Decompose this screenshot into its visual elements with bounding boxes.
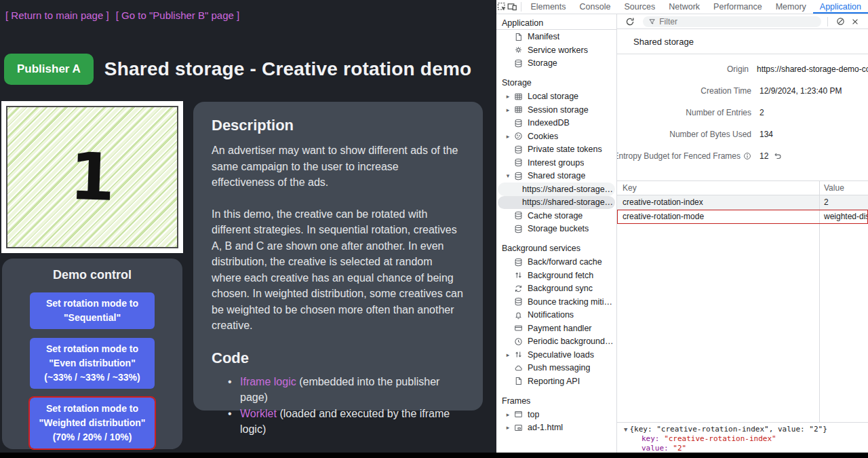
tab-memory[interactable]: Memory: [769, 0, 813, 14]
screen-bottom-edge: [0, 453, 868, 458]
sidebar-item-label: Payment handler: [528, 324, 592, 333]
sidebar-item-top[interactable]: ▸top: [498, 408, 615, 421]
sidebar-item-label: Push messaging: [528, 363, 590, 373]
sidebar-item-manifest[interactable]: Manifest: [498, 31, 615, 44]
clear-all-icon[interactable]: [833, 16, 848, 28]
table-row-creative-rotation-mode[interactable]: creative-rotation-modeweighted-distribut…: [617, 210, 868, 224]
card-icon: [513, 324, 524, 333]
sidebar-item-reporting-api[interactable]: Reporting API: [498, 375, 615, 388]
shared-storage-toolbar: [617, 14, 868, 29]
sidebar-item-background-sync[interactable]: Background sync: [498, 282, 615, 296]
tab-sources[interactable]: Sources: [617, 0, 662, 14]
database-icon: [513, 145, 524, 154]
sidebar-item-back-forward-cache[interactable]: Back/forward cache: [498, 256, 615, 269]
return-to-main-link[interactable]: [ Return to main page ]: [5, 9, 109, 21]
database-icon: [513, 211, 524, 221]
triangle-collapsed-icon[interactable]: ▸: [503, 133, 513, 140]
sidebar-item-label: Speculative loads: [528, 350, 594, 360]
metadata-value: https://shared-storage-demo-co: [757, 64, 868, 74]
preview-key: value:: [642, 444, 673, 453]
triangle-collapsed-icon[interactable]: ▸: [503, 107, 513, 113]
rotation-mode-button-weighted-distribution[interactable]: Set rotation mode to "Weighted distribut…: [30, 398, 155, 449]
info-icon[interactable]: [743, 152, 751, 160]
triangle-collapsed-icon[interactable]: ▸: [503, 351, 513, 358]
sidebar-item-label: https://shared-storage-d…: [522, 197, 615, 207]
database-icon: [513, 158, 524, 168]
tab-elements[interactable]: Elements: [524, 0, 572, 14]
sidebar-item-background-fetch[interactable]: Background fetch: [498, 269, 615, 282]
sidebar-item-cookies[interactable]: ▸Cookies: [498, 130, 615, 143]
metadata-row-number-of-entries: Number of Entries2: [617, 102, 868, 123]
sidebar-item-label: Cache storage: [528, 211, 583, 221]
code-link-worklet[interactable]: Worklet: [240, 408, 277, 419]
publisher-a-page: [ Return to main page ] [ Go to "Publish…: [0, 0, 496, 453]
creative-number: 1: [68, 138, 117, 216]
sidebar-item-speculative-loads[interactable]: ▸Speculative loads: [498, 348, 615, 362]
sidebar-item-https-shared-storage-d[interactable]: https://shared-storage-d…: [498, 183, 615, 196]
sidebar-section-application: Application: [496, 17, 616, 31]
grid-icon: [513, 105, 524, 115]
code-link-iframe-logic[interactable]: Iframe logic: [240, 376, 296, 387]
filter-input[interactable]: [659, 17, 816, 26]
device-toolbar-icon[interactable]: [507, 0, 518, 14]
table-row-creative-rotation-index[interactable]: creative-rotation-index2: [617, 195, 868, 210]
sidebar-item-shared-storage[interactable]: ▾Shared storage: [498, 170, 615, 183]
toolbar-separator: [827, 17, 828, 26]
sidebar-item-label: Interest groups: [528, 158, 584, 168]
code-list-item: Worklet (loaded and executed by the ifra…: [228, 406, 465, 438]
sidebar-item-label: Background fetch: [528, 271, 593, 280]
triangle-expanded-icon[interactable]: ▾: [503, 172, 513, 179]
gear-icon: [513, 45, 524, 55]
cell-value: 2: [819, 197, 868, 207]
metadata-row-number-of-bytes-used: Number of Bytes Used134: [617, 123, 868, 145]
tab-performance[interactable]: Performance: [707, 0, 769, 14]
sidebar-item-notifications[interactable]: Notifications: [498, 309, 615, 322]
cell-value: weighted-distribution: [819, 212, 868, 221]
sync-icon: [513, 284, 524, 293]
sidebar-item-private-state-tokens[interactable]: Private state tokens: [498, 143, 615, 157]
sidebar-item-periodic-background-s[interactable]: Periodic background s…: [498, 335, 615, 349]
sidebar-item-https-shared-storage-d[interactable]: https://shared-storage-d…: [498, 196, 615, 210]
sidebar-item-label: Cookies: [528, 132, 558, 141]
tab-application[interactable]: Application: [813, 0, 868, 14]
sidebar-item-local-storage[interactable]: ▸Local storage: [498, 90, 615, 104]
refresh-icon[interactable]: [623, 16, 637, 28]
sidebar-item-session-storage[interactable]: ▸Session storage: [498, 103, 615, 117]
sidebar-item-payment-handler[interactable]: Payment handler: [498, 322, 615, 335]
database-icon: [513, 297, 524, 307]
toolbar-separator: [521, 2, 521, 12]
triangle-collapsed-icon[interactable]: ▸: [503, 424, 513, 431]
sidebar-item-ad-1-html[interactable]: ▸ad-1.html: [498, 421, 615, 435]
sidebar-item-storage[interactable]: Storage: [498, 57, 615, 71]
sidebar-item-label: Service workers: [528, 45, 588, 55]
expanded-triangle-icon[interactable]: ▼: [624, 426, 627, 433]
sidebar-item-interest-groups[interactable]: Interest groups: [498, 156, 615, 170]
sidebar-item-label: Session storage: [528, 105, 589, 115]
rotation-mode-button-sequential[interactable]: Set rotation mode to "Sequential": [30, 292, 155, 329]
column-header-key[interactable]: Key: [617, 183, 819, 193]
sidebar-item-cache-storage[interactable]: Cache storage: [498, 209, 615, 223]
triangle-collapsed-icon[interactable]: ▸: [503, 411, 513, 418]
publisher-b-link[interactable]: [ Go to "Publisher B" page ]: [116, 9, 239, 21]
delete-selected-icon[interactable]: [848, 16, 863, 28]
rotation-mode-button-even-distribution[interactable]: Set rotation mode to "Even distribution"…: [30, 338, 155, 389]
sidebar-item-indexeddb[interactable]: IndexedDB: [498, 117, 615, 130]
preview-entry-key: key: "creative-rotation-index": [624, 434, 868, 444]
metadata-label: Entropy Budget for Fenced Frames: [617, 151, 751, 161]
sidebar-item-bounce-tracking-mitiga[interactable]: Bounce tracking mitiga…: [498, 295, 615, 309]
table-header-row: KeyValue: [617, 181, 868, 195]
sidebar-item-push-messaging[interactable]: Push messaging: [498, 362, 615, 375]
preview-summary[interactable]: ▼{key: "creative-rotation-index", value:…: [624, 425, 868, 434]
sidebar-section-frames: Frames: [496, 395, 616, 408]
filter-box[interactable]: [643, 16, 821, 27]
column-header-value[interactable]: Value: [819, 183, 868, 193]
sidebar-item-storage-buckets[interactable]: Storage buckets: [498, 223, 615, 236]
sidebar-item-label: Shared storage: [528, 171, 585, 180]
sidebar-item-label: Back/forward cache: [528, 257, 602, 267]
tab-console[interactable]: Console: [573, 0, 618, 14]
triangle-collapsed-icon[interactable]: ▸: [503, 93, 513, 100]
reset-budget-icon[interactable]: [774, 152, 782, 160]
sidebar-item-service-workers[interactable]: Service workers: [498, 43, 615, 57]
tab-network[interactable]: Network: [662, 0, 707, 14]
inspect-element-icon[interactable]: [496, 0, 507, 14]
